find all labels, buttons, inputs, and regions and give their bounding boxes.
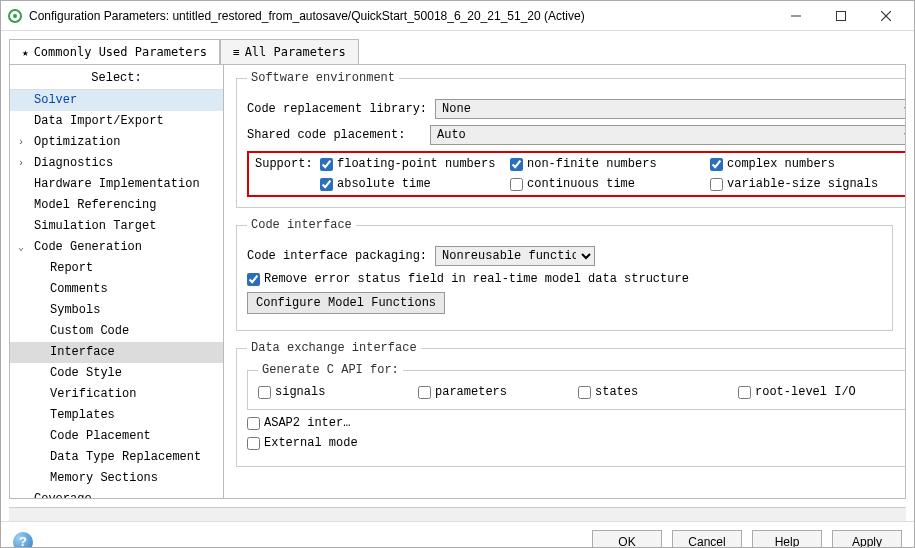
checkbox-non-finite[interactable]: [510, 158, 523, 171]
tab-all[interactable]: ≡ All Parameters: [220, 39, 359, 64]
checkbox-remove-error[interactable]: [247, 273, 260, 286]
tab-common-label: Commonly Used Parameters: [34, 45, 207, 59]
gen-c-api-legend: Generate C API for:: [258, 363, 403, 377]
chevron-down-icon: ⌄: [18, 491, 24, 499]
code-repl-label: Code replacement library:: [247, 102, 427, 116]
content-pane: Software environment Code replacement li…: [224, 64, 906, 499]
checkbox-root-io[interactable]: [738, 386, 751, 399]
capi-states[interactable]: states: [578, 385, 738, 399]
nav-data-type-repl[interactable]: Data Type Replacement: [10, 447, 223, 468]
sidebar-header: Select:: [10, 67, 223, 90]
capi-root-io[interactable]: root-level I/O: [738, 385, 898, 399]
chevron-right-icon: ›: [18, 134, 24, 151]
app-icon: [7, 8, 23, 24]
nav-coverage[interactable]: ⌄Coverage: [10, 489, 223, 499]
maximize-button[interactable]: [818, 2, 863, 30]
tab-common[interactable]: ★ Commonly Used Parameters: [9, 39, 220, 64]
support-absolute-time[interactable]: absolute time: [320, 177, 510, 191]
code-repl-select[interactable]: None: [435, 99, 906, 119]
titlebar: Configuration Parameters: untitled_resto…: [1, 1, 914, 31]
main-area: Select: Solver Data Import/Export ›Optim…: [1, 64, 914, 507]
checkbox-asap2[interactable]: [247, 417, 260, 430]
sidebar: Select: Solver Data Import/Export ›Optim…: [9, 64, 224, 499]
nav-report[interactable]: Report: [10, 258, 223, 279]
cancel-button[interactable]: Cancel: [672, 530, 742, 549]
capi-parameters[interactable]: parameters: [418, 385, 578, 399]
nav-diagnostics[interactable]: ›Diagnostics: [10, 153, 223, 174]
nav-code-placement[interactable]: Code Placement: [10, 426, 223, 447]
checkbox-external-mode[interactable]: [247, 437, 260, 450]
help-button[interactable]: Help: [752, 530, 822, 549]
nav-code-style[interactable]: Code Style: [10, 363, 223, 384]
svg-point-1: [13, 14, 17, 18]
support-floating-point[interactable]: floating-point numbers: [320, 157, 510, 171]
packaging-label: Code interface packaging:: [247, 249, 427, 263]
support-label: Support:: [255, 157, 320, 171]
list-icon: ≡: [233, 46, 240, 59]
capi-signals[interactable]: signals: [258, 385, 418, 399]
nav-solver[interactable]: Solver: [10, 90, 223, 111]
star-icon: ★: [22, 46, 29, 59]
support-complex[interactable]: complex numbers: [710, 157, 906, 171]
gen-c-api-group: Generate C API for: signals parameters s…: [247, 363, 906, 410]
help-icon[interactable]: ?: [13, 532, 33, 549]
apply-button[interactable]: Apply: [832, 530, 902, 549]
packaging-select[interactable]: Nonreusable function: [435, 246, 595, 266]
checkbox-states[interactable]: [578, 386, 591, 399]
nav-model-ref[interactable]: Model Referencing: [10, 195, 223, 216]
nav-custom-code[interactable]: Custom Code: [10, 321, 223, 342]
checkbox-floating-point[interactable]: [320, 158, 333, 171]
nav-optimization[interactable]: ›Optimization: [10, 132, 223, 153]
ok-button[interactable]: OK: [592, 530, 662, 549]
nav-tree: Solver Data Import/Export ›Optimization …: [10, 90, 223, 499]
close-button[interactable]: [863, 2, 908, 30]
tabs-row: ★ Commonly Used Parameters ≡ All Paramet…: [1, 31, 914, 64]
checkbox-absolute-time[interactable]: [320, 178, 333, 191]
code-interface-legend: Code interface: [247, 218, 356, 232]
window-title: Configuration Parameters: untitled_resto…: [29, 9, 773, 23]
nav-templates[interactable]: Templates: [10, 405, 223, 426]
horizontal-scrollbar[interactable]: [9, 507, 906, 521]
window-controls: [773, 2, 908, 30]
nav-interface[interactable]: Interface: [10, 342, 223, 363]
chevron-down-icon: ⌄: [18, 239, 24, 256]
nav-symbols[interactable]: Symbols: [10, 300, 223, 321]
data-exchange-legend: Data exchange interface: [247, 341, 421, 355]
support-continuous-time[interactable]: continuous time: [510, 177, 710, 191]
software-env-legend: Software environment: [247, 71, 399, 85]
svg-rect-3: [836, 11, 845, 20]
checkbox-continuous-time[interactable]: [510, 178, 523, 191]
tab-all-label: All Parameters: [245, 45, 346, 59]
shared-code-label: Shared code placement:: [247, 128, 422, 142]
nav-comments[interactable]: Comments: [10, 279, 223, 300]
nav-data-io[interactable]: Data Import/Export: [10, 111, 223, 132]
support-variable-size[interactable]: variable-size signals: [710, 177, 906, 191]
asap2-interface[interactable]: ASAP2 inter…: [247, 416, 350, 430]
checkbox-signals[interactable]: [258, 386, 271, 399]
support-non-finite[interactable]: non-finite numbers: [510, 157, 710, 171]
shared-code-select[interactable]: Auto: [430, 125, 906, 145]
nav-sim-target[interactable]: Simulation Target: [10, 216, 223, 237]
code-interface-group: Code interface Code interface packaging:…: [236, 218, 893, 331]
footer: ? OK Cancel Help Apply: [1, 521, 914, 548]
checkbox-complex[interactable]: [710, 158, 723, 171]
software-env-group: Software environment Code replacement li…: [236, 71, 906, 208]
data-exchange-group: Data exchange interface Generate C API f…: [236, 341, 906, 467]
support-box: Support: floating-point numbers non-fini…: [247, 151, 906, 197]
nav-verification[interactable]: Verification: [10, 384, 223, 405]
external-mode[interactable]: External mode: [247, 436, 358, 450]
remove-error-field[interactable]: Remove error status field in real-time m…: [247, 272, 689, 286]
chevron-right-icon: ›: [18, 155, 24, 172]
nav-hardware[interactable]: Hardware Implementation: [10, 174, 223, 195]
nav-memory-sections[interactable]: Memory Sections: [10, 468, 223, 489]
nav-code-gen[interactable]: ⌄Code Generation: [10, 237, 223, 258]
configure-model-functions-button[interactable]: Configure Model Functions: [247, 292, 445, 314]
checkbox-parameters[interactable]: [418, 386, 431, 399]
checkbox-variable-size[interactable]: [710, 178, 723, 191]
minimize-button[interactable]: [773, 2, 818, 30]
